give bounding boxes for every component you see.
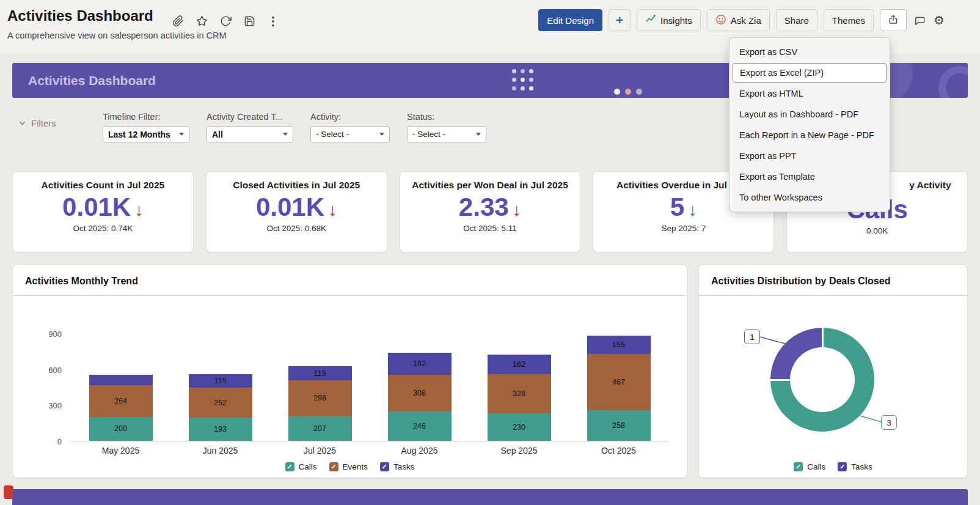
bar-segment-calls[interactable]: 230 [488, 413, 551, 441]
legend-item-calls[interactable]: ✓Calls [794, 462, 825, 471]
kpi-value: 5 [670, 193, 684, 221]
banner-circle [938, 66, 968, 98]
filter-select[interactable]: - Select - [310, 126, 390, 142]
legend-label: Calls [807, 462, 825, 471]
filter-select-value: - Select - [412, 130, 445, 139]
attach-icon[interactable] [171, 14, 185, 28]
bar-segment-tasks[interactable] [89, 375, 153, 386]
banner-dot [625, 89, 631, 95]
bar-column: 193252115 [170, 334, 270, 441]
filter-select-value: - Select - [316, 130, 349, 139]
bar-segment-events[interactable]: 308 [388, 375, 452, 411]
bar-stack: 207298119 [288, 366, 352, 441]
bar-stack: 193252115 [189, 374, 252, 441]
bar-segment-calls[interactable]: 193 [189, 418, 252, 441]
filter-select[interactable]: Last 12 Months [103, 126, 189, 142]
kpi-value-row: 0.01K↓ [207, 193, 387, 221]
y-axis-label: 300 [48, 401, 62, 410]
banner-dot [512, 86, 516, 90]
kpi-title: Activities per Won Deal in Jul 2025 [400, 180, 580, 191]
bar-column: 258467155 [569, 334, 668, 441]
bar-segment-tasks[interactable]: 162 [488, 355, 551, 374]
share-button[interactable]: Share [776, 9, 817, 31]
bar-segment-calls[interactable]: 258 [587, 410, 651, 441]
save-icon[interactable] [243, 14, 256, 28]
bar-segment-calls[interactable]: 246 [388, 411, 452, 441]
trend-arrow-icon: ↓ [513, 200, 522, 219]
bar-segment-events[interactable]: 264 [89, 385, 153, 417]
x-axis-label: Oct 2025 [569, 446, 668, 455]
bar-stack: 200264 [89, 375, 153, 441]
filter-fields: Timeline Filter:Last 12 MonthsActivity C… [103, 112, 486, 142]
refresh-icon[interactable] [219, 14, 232, 28]
settings-gear-icon[interactable]: ⚙ [932, 13, 946, 27]
filter-select[interactable]: All [207, 126, 293, 142]
kpi-value: 2.33 [459, 193, 509, 221]
checkbox-icon: ✓ [380, 462, 389, 471]
filter-field: Status:- Select - [407, 112, 486, 142]
kpi-card: Closed Activities in Jul 20250.01K↓Oct 2… [206, 171, 387, 253]
edit-design-button[interactable]: Edit Design [538, 9, 602, 31]
bar-segment-events[interactable]: 328 [488, 374, 551, 413]
filter-label: Status: [407, 112, 486, 122]
kpi-footnote: Oct 2025: 5.11 [400, 224, 580, 233]
export-menu-item[interactable]: Each Report in a New Page - PDF [730, 125, 890, 146]
export-button[interactable] [880, 9, 907, 31]
kpi-footnote: Oct 2025: 0.68K [207, 224, 387, 233]
export-menu-item[interactable]: To other Workspaces [730, 187, 890, 208]
bar-column: 230328162 [469, 334, 569, 441]
kpi-value-row: 0.01K↓ [13, 193, 193, 221]
banner-dot [614, 89, 620, 95]
filter-select[interactable]: - Select - [407, 126, 486, 142]
legend-item-events[interactable]: ✓Events [329, 462, 368, 471]
legend-item-tasks[interactable]: ✓Tasks [380, 462, 415, 471]
export-menu-item[interactable]: Export as Template [730, 166, 890, 187]
ask-zia-label: Ask Zia [731, 15, 761, 26]
more-options-icon[interactable]: ⋮ [266, 14, 280, 28]
donut-panel: Activities Distribution by Deals Closed … [698, 264, 968, 478]
bar-segment-tasks[interactable]: 119 [288, 366, 352, 380]
themes-button[interactable]: Themes [824, 9, 874, 31]
donut-callout-tasks: 1 [744, 330, 760, 344]
export-menu-item[interactable]: Export as CSV [730, 42, 890, 62]
kpi-footnote: Oct 2025: 0.74K [13, 224, 193, 233]
donut-legend: ✓Calls✓Tasks [699, 462, 967, 471]
bar-segment-calls[interactable]: 200 [89, 417, 153, 441]
notification-icon[interactable] [4, 485, 13, 499]
add-button[interactable]: + [609, 9, 631, 31]
bar-plot: 2002641932521152072981192463081822303281… [71, 334, 668, 441]
kpi-title: y Activity [909, 180, 951, 191]
checkbox-icon: ✓ [838, 462, 847, 471]
star-icon[interactable] [195, 14, 208, 28]
checkbox-icon: ✓ [285, 462, 294, 471]
export-menu-item[interactable]: Layout as in Dashboard - PDF [730, 104, 890, 125]
chevron-down-icon [379, 133, 384, 136]
kpi-value-row: 2.33↓ [400, 193, 580, 221]
bar-yticks: 0300600900 [37, 334, 67, 441]
bar-segment-calls[interactable]: 207 [288, 416, 352, 441]
filter-field: Activity:- Select - [310, 112, 390, 142]
banner-dot [636, 89, 642, 95]
export-menu-item[interactable]: Export as Excel (ZIP) [733, 63, 887, 83]
export-menu-item[interactable]: Export as HTML [730, 83, 890, 104]
comment-icon[interactable] [913, 13, 926, 27]
bar-segment-events[interactable]: 252 [189, 388, 252, 418]
bar-segment-tasks[interactable]: 155 [587, 336, 651, 354]
kpi-value: 0.01K [256, 193, 324, 221]
banner-title: Activities Dashboard [28, 73, 156, 88]
banner-dot [529, 78, 533, 82]
export-menu-item[interactable]: Export as PPT [730, 146, 890, 166]
bar-segment-tasks[interactable]: 115 [189, 374, 252, 388]
banner-dot [521, 69, 525, 73]
ask-zia-button[interactable]: Ask Zia [707, 9, 770, 31]
bar-segment-events[interactable]: 467 [587, 354, 651, 410]
insights-button[interactable]: Insights [637, 9, 701, 31]
bar-segment-tasks[interactable]: 182 [388, 353, 452, 375]
filters-toggle[interactable]: Filters [18, 118, 56, 128]
legend-item-calls[interactable]: ✓Calls [285, 462, 317, 471]
export-menu: Export as CSVExport as Excel (ZIP)Export… [729, 37, 890, 212]
bar-legend: ✓Calls✓Events✓Tasks [13, 462, 687, 471]
filters-label: Filters [31, 118, 56, 128]
legend-item-tasks[interactable]: ✓Tasks [838, 462, 872, 471]
bar-segment-events[interactable]: 298 [288, 380, 352, 416]
